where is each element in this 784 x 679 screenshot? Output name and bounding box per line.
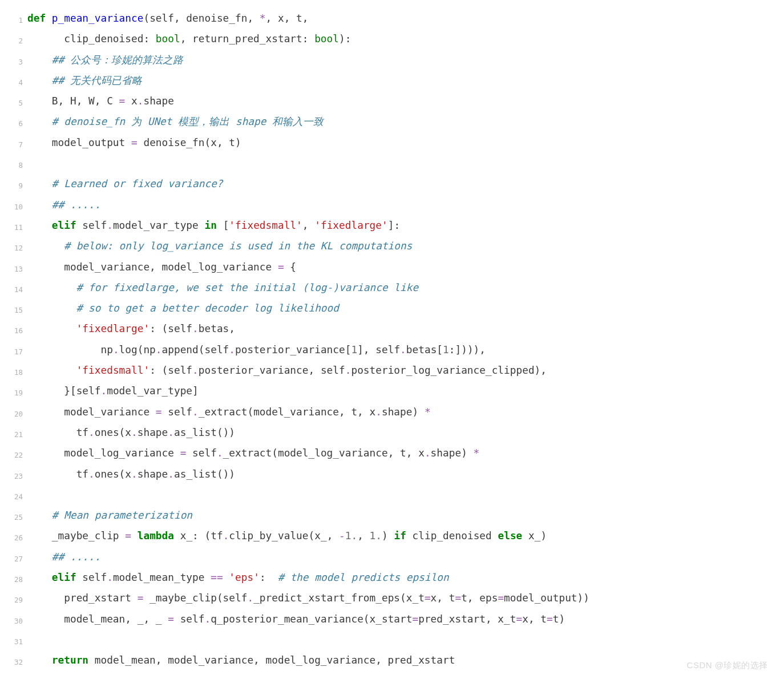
code-token: . [131, 426, 138, 438]
code-token: np [27, 343, 113, 355]
code-token: x_) [522, 530, 547, 541]
line-number: 32 [3, 655, 23, 670]
code-line: 21 tf.ones(x.shape.as_list()) [27, 422, 784, 443]
code-token: = [516, 613, 523, 625]
line-number: 5 [3, 96, 23, 111]
code-line: 12 # below: only log_variance is used in… [27, 236, 784, 256]
code-token: # denoise_fn 为 UNet 模型，输出 shape 和输入一致 [52, 115, 324, 127]
code-token: = [425, 592, 431, 604]
code-token: lambda [138, 530, 174, 541]
line-number: 11 [3, 220, 23, 235]
code-line: 18 'fixedsmall': (self.posterior_varianc… [27, 360, 784, 381]
code-token: . [375, 406, 382, 418]
code-token: = [138, 592, 144, 604]
code-token [27, 302, 76, 314]
code-token: , [357, 530, 369, 541]
code-token: _maybe_clip(self [143, 592, 247, 604]
code-token: # for fixedlarge, we set the initial (lo… [76, 281, 419, 293]
code-token: . [107, 219, 113, 231]
code-token: 'eps' [229, 571, 260, 583]
code-line: 10 ## ..... [27, 195, 784, 215]
code-token: 'fixedlarge' [76, 322, 149, 334]
code-token: bool [156, 33, 180, 45]
line-number: 22 [3, 448, 23, 463]
code-token: log(np [119, 343, 156, 355]
code-line: 31 [27, 629, 784, 650]
code-line: 1def p_mean_variance(self, denoise_fn, *… [27, 8, 784, 29]
code-line: 19 }[self.model_var_type] [27, 381, 784, 401]
code-token: . [217, 447, 223, 459]
code-token: ## 无关代码已省略 [52, 74, 142, 86]
line-number: 2 [3, 34, 23, 48]
code-token: . [425, 447, 431, 459]
code-token: betas[ [406, 343, 443, 355]
code-token: if [394, 530, 406, 541]
code-token [131, 530, 138, 541]
code-token: - [339, 530, 345, 541]
code-token: self [76, 571, 107, 583]
code-token: . [88, 468, 95, 480]
code-token [27, 633, 34, 645]
code-token: . [229, 343, 235, 355]
code-token: . [100, 385, 107, 397]
code-token: self [186, 447, 217, 459]
code-token [223, 571, 229, 583]
code-token: # Learned or fixed variance? [52, 177, 223, 189]
code-token: in [205, 219, 217, 231]
code-token: . [168, 426, 174, 438]
code-token: . [131, 468, 138, 480]
code-token: elif [52, 571, 76, 583]
code-token: == [211, 571, 223, 583]
code-token: t) [553, 613, 565, 625]
code-token: model_output [27, 136, 131, 148]
line-number: 24 [3, 490, 23, 504]
code-token: :]))), [449, 343, 486, 355]
line-number: 12 [3, 241, 23, 256]
code-token: : (self [149, 322, 192, 334]
code-token: = [412, 613, 418, 625]
line-number: 9 [3, 179, 23, 193]
code-token: x [125, 95, 137, 107]
line-number: 18 [3, 365, 23, 380]
code-line: 22 model_log_variance = self._extract(mo… [27, 443, 784, 463]
code-token: . [168, 468, 174, 480]
code-token: model_variance, model_log_variance [27, 261, 278, 273]
code-token: _extract(model_variance, t, x [199, 406, 375, 418]
code-token: model_variance [27, 406, 156, 418]
code-token: . [247, 592, 253, 604]
code-token: . [345, 364, 351, 376]
code-token: p_mean_variance [52, 12, 144, 24]
code-token: model_mean, model_variance, model_log_va… [88, 654, 455, 666]
code-token: model_var_type [113, 219, 205, 231]
code-token: 1. [370, 530, 382, 541]
code-token: denoise_fn(x, t) [138, 136, 241, 148]
code-token [27, 322, 76, 334]
code-token: = [498, 592, 504, 604]
line-number: 1 [3, 13, 23, 28]
code-token: . [192, 364, 199, 376]
line-number: 13 [3, 262, 23, 277]
code-token: 'fixedsmall' [76, 364, 149, 376]
code-token: x, t [431, 592, 455, 604]
code-line: 25 # Mean parameterization [27, 505, 784, 526]
code-token: = [131, 136, 138, 148]
code-line: 7 model_output = denoise_fn(x, t) [27, 132, 784, 153]
code-token: x_: (tf [174, 530, 223, 541]
code-line: 23 tf.ones(x.shape.as_list()) [27, 464, 784, 484]
line-number: 21 [3, 427, 23, 442]
code-token: shape) [431, 447, 474, 459]
code-token: ]: [388, 219, 400, 231]
code-token: t, eps [461, 592, 498, 604]
code-line: 26 _maybe_clip = lambda x_: (tf.clip_by_… [27, 526, 784, 546]
line-number: 3 [3, 55, 23, 70]
code-token: (self, denoise_fn, [143, 12, 259, 24]
line-number: 27 [3, 552, 23, 567]
code-token: : [260, 571, 278, 583]
code-token: clip_by_value(x_, [229, 530, 339, 541]
code-token: . [88, 426, 95, 438]
line-number: 20 [3, 407, 23, 422]
code-line: 8 [27, 153, 784, 173]
code-line: 2 clip_denoised: bool, return_pred_xstar… [27, 29, 784, 49]
code-token: . [192, 406, 199, 418]
code-line: 15 # so to get a better decoder log like… [27, 298, 784, 318]
